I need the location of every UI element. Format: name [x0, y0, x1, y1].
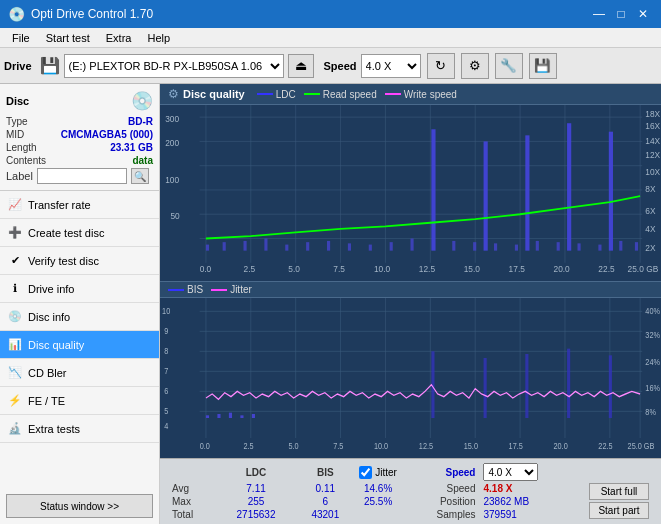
top-chart-area: 300 200 100 50 18X 16X 14X 12X 10X 8X 6X… — [160, 105, 661, 281]
legend-read-speed-label: Read speed — [323, 89, 377, 100]
sidebar-item-verify-test-disc[interactable]: ✔ Verify test disc — [0, 247, 159, 275]
settings-button1[interactable]: ⚙ — [461, 53, 489, 79]
svg-text:14X: 14X — [645, 135, 660, 146]
verify-test-disc-icon: ✔ — [8, 254, 22, 268]
svg-text:5.0: 5.0 — [288, 264, 300, 275]
svg-text:6: 6 — [164, 385, 168, 396]
svg-text:40%: 40% — [645, 305, 660, 316]
legend-jitter: Jitter — [211, 284, 252, 295]
disc-contents-value: data — [132, 155, 153, 166]
max-bis-value: 6 — [295, 495, 355, 508]
speed-label: Speed — [324, 60, 357, 72]
start-part-button[interactable]: Start part — [589, 502, 649, 519]
status-window-button-label: Status window >> — [40, 501, 119, 512]
stats-speed-select[interactable]: 4.0 X — [483, 463, 538, 481]
sidebar-item-fe-te[interactable]: ⚡ FE / TE — [0, 387, 159, 415]
menu-file[interactable]: File — [4, 30, 38, 46]
total-ldc-value: 2715632 — [217, 508, 296, 521]
eject-button[interactable]: ⏏ — [288, 54, 314, 78]
svg-text:25.0 GB: 25.0 GB — [628, 440, 655, 451]
svg-text:25.0 GB: 25.0 GB — [628, 264, 659, 275]
sidebar-item-drive-info[interactable]: ℹ Drive info — [0, 275, 159, 303]
disc-mid-row: MID CMCMAGBA5 (000) — [6, 129, 153, 140]
content-area: ⚙ Disc quality LDC Read speed Write spee… — [160, 84, 661, 524]
speed-select[interactable]: 4.0 X — [361, 54, 421, 78]
menu-start-test[interactable]: Start test — [38, 30, 98, 46]
sidebar-item-create-test-disc[interactable]: ➕ Create test disc — [0, 219, 159, 247]
svg-rect-32 — [223, 242, 226, 250]
disc-type-label: Type — [6, 116, 28, 127]
bottom-chart-svg: 10 9 8 7 6 5 4 40% 32% 24% 16% 8% — [160, 298, 661, 458]
sidebar-item-verify-test-disc-label: Verify test disc — [28, 255, 99, 267]
stats-header-row: LDC BIS Jitter Speed 4.0 X — [168, 462, 653, 482]
disc-label-input[interactable] — [37, 168, 127, 184]
main-area: Disc 💿 Type BD-R MID CMCMAGBA5 (000) Len… — [0, 84, 661, 524]
max-ldc-value: 255 — [217, 495, 296, 508]
legend-ldc: LDC — [257, 89, 296, 100]
avg-speed-label: Speed — [401, 482, 480, 495]
svg-text:12.5: 12.5 — [419, 264, 435, 275]
total-bis-value: 43201 — [295, 508, 355, 521]
menu-extra[interactable]: Extra — [98, 30, 140, 46]
drive-select[interactable]: (E:) PLEXTOR BD-R PX-LB950SA 1.06 — [64, 54, 284, 78]
svg-text:15.0: 15.0 — [464, 440, 479, 451]
sidebar-item-disc-quality-label: Disc quality — [28, 339, 84, 351]
app-title: Opti Drive Control 1.70 — [31, 7, 153, 21]
save-button[interactable]: 💾 — [529, 53, 557, 79]
svg-text:7.5: 7.5 — [333, 440, 343, 451]
svg-text:300: 300 — [165, 113, 179, 124]
drive-label: Drive — [4, 60, 32, 72]
legend-bis: BIS — [168, 284, 203, 295]
menubar: File Start test Extra Help — [0, 28, 661, 48]
status-window-button[interactable]: Status window >> — [6, 494, 153, 518]
jitter-checkbox-label[interactable]: Jitter — [359, 466, 397, 479]
sidebar-item-cd-bler[interactable]: 📉 CD Bler — [0, 359, 159, 387]
svg-rect-40 — [390, 242, 393, 250]
svg-text:12X: 12X — [645, 150, 660, 161]
svg-text:0.0: 0.0 — [200, 440, 210, 451]
refresh-button[interactable]: ↻ — [427, 53, 455, 79]
minimize-button[interactable]: — — [589, 5, 609, 23]
svg-text:22.5: 22.5 — [598, 440, 613, 451]
menu-help[interactable]: Help — [139, 30, 178, 46]
drive-toolbar: Drive 💾 (E:) PLEXTOR BD-R PX-LB950SA 1.0… — [0, 48, 661, 84]
sidebar-item-disc-info-label: Disc info — [28, 311, 70, 323]
svg-text:5: 5 — [164, 405, 168, 416]
disc-panel-header: Disc 💿 — [6, 90, 153, 112]
sidebar-item-disc-info[interactable]: 💿 Disc info — [0, 303, 159, 331]
disc-label-search-button[interactable]: 🔍 — [131, 168, 149, 184]
fe-te-icon: ⚡ — [8, 394, 22, 408]
avg-jitter-value: 14.6% — [355, 482, 401, 495]
stats-bis-header: BIS — [295, 462, 355, 482]
top-chart-svg: 300 200 100 50 18X 16X 14X 12X 10X 8X 6X… — [160, 105, 661, 281]
settings-button2[interactable]: 🔧 — [495, 53, 523, 79]
avg-speed-value: 4.18 X — [479, 482, 585, 495]
svg-text:8%: 8% — [645, 406, 656, 417]
svg-text:2.5: 2.5 — [244, 440, 254, 451]
svg-rect-38 — [348, 243, 351, 250]
sidebar-item-disc-quality[interactable]: 📊 Disc quality — [0, 331, 159, 359]
sidebar-item-fe-te-label: FE / TE — [28, 395, 65, 407]
svg-rect-101 — [240, 415, 243, 418]
bis-chart-header: BIS Jitter — [160, 281, 661, 298]
chart-panel: ⚙ Disc quality LDC Read speed Write spee… — [160, 84, 661, 458]
sidebar-item-transfer-rate[interactable]: 📈 Transfer rate — [0, 191, 159, 219]
sidebar-item-drive-info-label: Drive info — [28, 283, 74, 295]
jitter-checkbox[interactable] — [359, 466, 372, 479]
jitter-label: Jitter — [375, 467, 397, 478]
svg-rect-36 — [306, 242, 309, 250]
stats-table: LDC BIS Jitter Speed 4.0 X — [168, 462, 653, 521]
svg-rect-37 — [327, 241, 330, 251]
legend-write-speed-color — [385, 93, 401, 95]
disc-info-panel: Disc 💿 Type BD-R MID CMCMAGBA5 (000) Len… — [0, 84, 159, 191]
titlebar-title-area: 💿 Opti Drive Control 1.70 — [8, 6, 153, 22]
sidebar-item-extra-tests[interactable]: 🔬 Extra tests — [0, 415, 159, 443]
disc-icon: 💿 — [131, 90, 153, 112]
start-full-button[interactable]: Start full — [589, 483, 649, 500]
disc-panel-title: Disc — [6, 95, 29, 107]
maximize-button[interactable]: □ — [611, 5, 631, 23]
svg-rect-47 — [452, 241, 455, 251]
svg-text:16X: 16X — [645, 121, 660, 132]
close-button[interactable]: ✕ — [633, 5, 653, 23]
svg-rect-68 — [160, 298, 661, 458]
